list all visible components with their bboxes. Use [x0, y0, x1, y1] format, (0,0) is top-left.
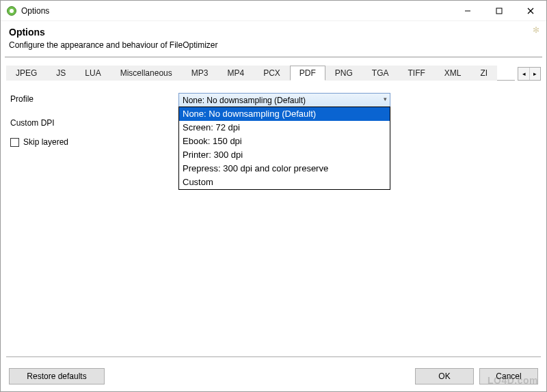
profile-option[interactable]: Printer: 300 dpi [179, 148, 390, 162]
app-window: Options Options Configure the appearance… [0, 0, 547, 392]
tab-scroll-left[interactable]: ◂ [518, 68, 529, 80]
profile-option[interactable]: None: No downsampling (Default) [179, 107, 390, 121]
custom-dpi-label: Custom DPI [10, 117, 178, 128]
cancel-label: Cancel [496, 372, 521, 381]
chevron-left-icon: ◂ [522, 70, 526, 77]
cancel-button[interactable]: Cancel [479, 368, 538, 384]
tab-scroll: ◂ ▸ [518, 67, 541, 81]
profile-label: Profile [10, 93, 178, 104]
divider-bottom [6, 356, 541, 357]
restore-defaults-button[interactable]: Restore defaults [9, 368, 105, 384]
close-button[interactable] [515, 1, 546, 21]
ok-label: OK [438, 372, 450, 381]
profile-row: Profile None: No downsampling (Default) … [10, 93, 537, 107]
tab-pdf[interactable]: PDF [290, 66, 325, 81]
tab-tga[interactable]: TGA [362, 66, 399, 81]
profile-combobox-value: None: No downsampling (Default) [183, 96, 306, 105]
profile-option[interactable]: Ebook: 150 dpi [179, 135, 390, 148]
profile-option[interactable]: Screen: 72 dpi [179, 121, 390, 135]
tab-js[interactable]: JS [46, 66, 75, 81]
tab-zi[interactable]: ZI [471, 66, 498, 81]
chevron-down-icon: ▾ [384, 96, 387, 102]
divider [5, 57, 542, 57]
chevron-right-icon: ▸ [533, 70, 537, 77]
profile-option[interactable]: Custom [179, 176, 390, 189]
tab-mp3[interactable]: MP3 [182, 66, 218, 81]
tab-scroll-right[interactable]: ▸ [529, 68, 540, 80]
header-section: Options Configure the appearance and beh… [1, 21, 546, 57]
tab-miscellaneous[interactable]: Miscellaneous [111, 66, 182, 81]
tab-png[interactable]: PNG [325, 66, 362, 81]
page-subtitle: Configure the appearance and behaviour o… [9, 40, 538, 50]
window-title: Options [21, 6, 452, 16]
ok-button[interactable]: OK [415, 368, 474, 384]
restore-defaults-label: Restore defaults [27, 372, 86, 381]
tab-lua[interactable]: LUA [75, 66, 110, 81]
busy-cursor-icon: ✻ [533, 25, 539, 35]
svg-point-1 [10, 9, 14, 13]
page-title: Options [9, 27, 538, 38]
tab-bar: JPEGJSLUAMiscellaneousMP3MP4PCXPDFPNGTGA… [6, 64, 541, 81]
profile-combobox[interactable]: None: No downsampling (Default) ▾ [178, 93, 390, 107]
button-bar: Restore defaults OK Cancel [1, 368, 546, 384]
app-icon [6, 5, 17, 16]
window-controls [452, 1, 546, 20]
profile-option[interactable]: Prepress: 300 dpi and color preserve [179, 162, 390, 176]
tab-xml[interactable]: XML [435, 66, 471, 81]
tab-mp4[interactable]: MP4 [217, 66, 254, 81]
tab-pcx[interactable]: PCX [254, 66, 290, 81]
profile-dropdown: None: No downsampling (Default)Screen: 7… [178, 107, 390, 190]
maximize-button[interactable] [483, 1, 515, 21]
titlebar: Options [1, 1, 546, 21]
skip-layered-label: Skip layered [23, 137, 68, 147]
minimize-button[interactable] [452, 1, 483, 21]
tab-tiff[interactable]: TIFF [399, 66, 435, 81]
svg-rect-3 [496, 8, 502, 14]
skip-layered-checkbox[interactable] [10, 138, 19, 147]
tab-jpeg[interactable]: JPEG [6, 66, 46, 81]
tab-content-pdf: Profile None: No downsampling (Default) … [1, 81, 546, 299]
